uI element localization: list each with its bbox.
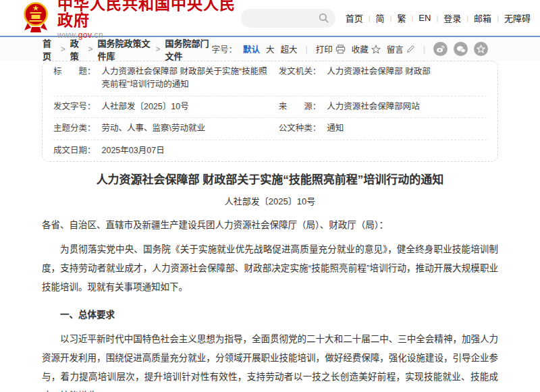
favorite-button[interactable]: 收藏	[352, 43, 381, 55]
meta-label-issuing-org: 发文机关	[279, 65, 313, 78]
nav-traditional[interactable]: 繁	[397, 11, 406, 24]
meta-row-title: 标题： 人力资源社会保障部 财政部关于实施“技能照亮前程”培训行动的通知 发文机…	[53, 61, 487, 96]
article-salutation: 各省、自治区、直辖市及新疆生产建设兵团人力资源社会保障厅（局）、财政厅（局）：	[42, 216, 498, 235]
nav-login[interactable]: 登录	[443, 11, 461, 24]
meta-value-date: 2025年03月07日	[102, 144, 269, 157]
meta-label-title: 标题	[53, 65, 87, 78]
font-size-large-button[interactable]: 大	[266, 43, 275, 55]
section-heading-1: 一、总体要求	[42, 306, 498, 325]
meta-value-category: 劳动、人事、监察\劳动就业	[102, 122, 269, 135]
meta-label-doc-type: 公文种类	[279, 122, 313, 135]
share-weibo-icon[interactable]	[433, 42, 448, 56]
search-input[interactable]	[248, 13, 319, 24]
meta-label-category: 主题分类	[53, 122, 87, 135]
nav-home[interactable]: 首页	[346, 11, 363, 24]
article-doc-number: 人社部发〔2025〕10号	[42, 194, 498, 207]
breadcrumb-home[interactable]: 首页	[43, 36, 56, 62]
breadcrumb-separator: >	[61, 45, 65, 54]
breadcrumb-separator: >	[88, 45, 92, 54]
comment-button[interactable]: 留言	[387, 43, 415, 55]
font-size-xlarge-button[interactable]: 超大	[280, 43, 297, 55]
meta-label-source: 来源	[279, 101, 313, 113]
pencil-icon	[406, 45, 415, 53]
search-icon[interactable]	[319, 13, 329, 23]
meta-value-doc-type: 通知	[327, 122, 487, 135]
site-title: 中华人民共和国中央人民政府	[57, 0, 241, 28]
nav-simplified[interactable]: 简	[376, 11, 385, 24]
font-size-label: 字号：	[211, 43, 237, 55]
site-header: 中华人民共和国中央人民政府 www.gov.cn 首页| 简| 繁| EN| 登…	[0, 0, 540, 37]
header-nav: 首页| 简| 繁| EN| 登录| 邮箱| 无障碍	[346, 11, 531, 24]
article-intro-paragraph: 为贯彻落实党中央、国务院《关于实施就业优先战略促进高质量充分就业的意见》，健全终…	[42, 240, 498, 297]
page-toolbar: 字号： 默认 大 超大 | 打印 收藏 留言	[211, 42, 497, 56]
meta-label-doc-number: 发文字号	[53, 101, 87, 113]
article-title: 人力资源社会保障部 财政部关于实施“技能照亮前程”培训行动的通知	[58, 172, 482, 188]
printer-icon	[335, 45, 346, 54]
breadcrumb-separator: >	[155, 45, 160, 54]
meta-value-doc-number: 人社部发〔2025〕10号	[102, 101, 269, 113]
nav-accessibility[interactable]: 无障碍	[504, 11, 531, 24]
document-meta-card: 标题： 人力资源社会保障部 财政部关于实施“技能照亮前程”培训行动的通知 发文机…	[42, 61, 498, 162]
font-size-default-button[interactable]: 默认	[243, 43, 260, 55]
document-article: 人力资源社会保障部 财政部关于实施“技能照亮前程”培训行动的通知 人社部发〔20…	[42, 172, 498, 392]
meta-value-title: 人力资源社会保障部 财政部关于实施“技能照亮前程”培训行动的通知	[102, 65, 269, 92]
breadcrumb-toolbar-row: 首页 > 政策 > 国务院政策文件库 > 国务院部门文件 字号： 默认 大 超大…	[0, 37, 540, 61]
share-wechat-icon[interactable]	[454, 42, 468, 56]
nav-mail[interactable]: 邮箱	[474, 11, 491, 24]
meta-label-date: 成文日期	[53, 144, 87, 157]
section-paragraph-1: 以习近平新时代中国特色社会主义思想为指导，全面贯彻党的二十大和二十届二中、三中全…	[42, 330, 498, 392]
breadcrumb-dept-documents[interactable]: 国务院部门文件	[165, 36, 211, 62]
meta-row-date: 成文日期： 2025年03月07日	[53, 140, 487, 161]
print-button[interactable]: 打印	[316, 43, 346, 55]
meta-value-source: 人力资源社会保障部网站	[327, 101, 487, 113]
breadcrumb-policy-library[interactable]: 国务院政策文件库	[98, 36, 151, 62]
share-favorite-icon[interactable]	[474, 42, 488, 56]
national-emblem-logo	[22, 1, 49, 36]
meta-row-docnumber: 发文字号： 人社部发〔2025〕10号 来源： 人力资源社会保障部网站	[53, 96, 487, 118]
search-box[interactable]	[241, 9, 335, 28]
meta-row-category: 主题分类： 劳动、人事、监察\劳动就业 公文种类： 通知	[53, 118, 487, 140]
breadcrumb: 首页 > 政策 > 国务院政策文件库 > 国务院部门文件	[43, 36, 211, 62]
breadcrumb-policy[interactable]: 政策	[70, 36, 84, 62]
meta-value-issuing-org: 人力资源社会保障部 财政部	[327, 65, 487, 78]
article-body: 各省、自治区、直辖市及新疆生产建设兵团人力资源社会保障厅（局）、财政厅（局）： …	[42, 216, 498, 392]
nav-english[interactable]: EN	[418, 13, 431, 23]
star-icon	[371, 45, 381, 54]
